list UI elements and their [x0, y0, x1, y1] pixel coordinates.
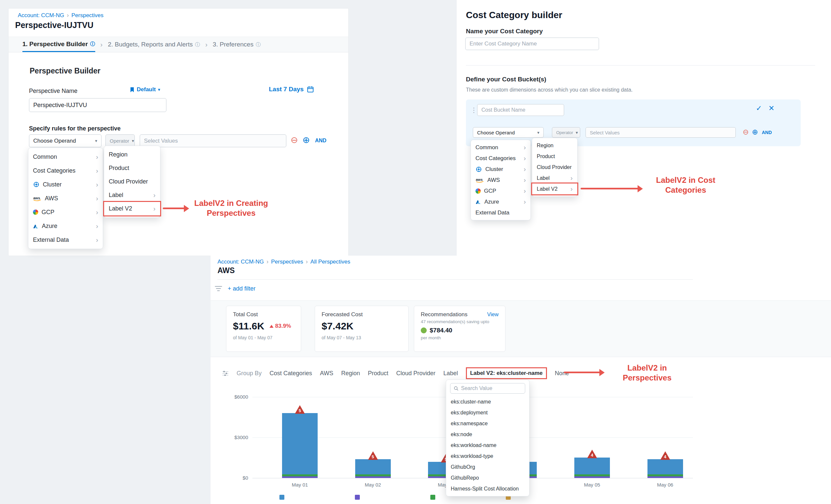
groupby-option-cloud-provider[interactable]: Cloud Provider — [396, 370, 436, 377]
remove-rule-icon[interactable]: ⊖ — [291, 136, 298, 145]
menu-item-cluster[interactable]: Cluster› — [471, 164, 531, 175]
cc-select-values-input[interactable] — [585, 127, 736, 138]
breadcrumb-perspectives-link[interactable]: Perspectives — [271, 259, 303, 265]
chart-bar-may-05[interactable] — [574, 457, 610, 478]
breadcrumb-account-link[interactable]: Account: CCM-NG — [218, 259, 264, 265]
menu-item-label-v2[interactable]: Label V2› — [532, 183, 577, 195]
menu-item-label: External Data — [476, 209, 509, 216]
cost-bucket-name-input[interactable] — [477, 104, 564, 116]
menu-item-region[interactable]: Region — [532, 140, 577, 151]
perspective-name-input[interactable] — [29, 98, 166, 112]
section-divider — [466, 65, 815, 65]
menu-item-product[interactable]: Product — [104, 161, 160, 175]
menu-item-common[interactable]: Common› — [28, 150, 103, 164]
filter-icon[interactable] — [214, 285, 222, 292]
menu-item-azure[interactable]: Azure› — [28, 219, 103, 233]
legend-swatch — [279, 495, 284, 500]
trend-up-icon — [269, 325, 274, 328]
cluster-icon — [476, 166, 482, 173]
menu-item-aws[interactable]: awsAWS› — [471, 175, 531, 185]
select-values-input[interactable] — [140, 135, 286, 147]
menu-item-cost-categories[interactable]: Cost Categories› — [28, 164, 103, 178]
value-option-eks-deployment[interactable]: eks:deployment — [446, 407, 529, 418]
legend-swatch — [355, 495, 360, 500]
cc-and-button[interactable]: AND — [762, 130, 772, 135]
groupby-option-aws[interactable]: AWS — [320, 370, 333, 377]
confirm-icon[interactable]: ✓ — [756, 105, 762, 112]
y-axis-label: $3000 — [224, 435, 248, 440]
menu-item-label-v2[interactable]: Label V2› — [104, 202, 160, 215]
view-recommendations-link[interactable]: View — [487, 312, 498, 318]
cc-add-rule-icon[interactable]: ⊕ — [752, 128, 758, 136]
breadcrumb-all-perspectives-link[interactable]: All Perspectives — [310, 259, 350, 265]
menu-item-aws[interactable]: awsAWS› — [28, 191, 103, 205]
menu-item-region[interactable]: Region — [104, 148, 160, 161]
groupby-option-region[interactable]: Region — [341, 370, 360, 377]
menu-item-product[interactable]: Product — [532, 151, 577, 162]
search-value-input[interactable] — [461, 385, 522, 391]
anomaly-marker-may-06[interactable]: 4 — [660, 451, 670, 460]
menu-item-gcp[interactable]: GCP› — [28, 205, 103, 219]
value-option-harness-split-cost-allocation[interactable]: Harness-Split Cost Allocation — [446, 483, 529, 494]
menu-item-label: Azure — [484, 199, 499, 205]
anomaly-marker-may-02[interactable]: 5 — [368, 451, 378, 460]
total-cost-label: Total Cost — [233, 311, 294, 318]
chevron-right-icon: › — [570, 185, 573, 193]
menu-item-common[interactable]: Common› — [471, 142, 531, 153]
savings-amount: $784.40 — [430, 327, 452, 334]
azure-icon — [33, 224, 38, 229]
tab-perspective-builder[interactable]: 1. Perspective Builder ⓘ — [22, 37, 95, 52]
chart-bar-may-06[interactable] — [648, 459, 683, 478]
value-option-githubrepo[interactable]: GithubRepo — [446, 472, 529, 483]
menu-item-external-data[interactable]: External Data› — [28, 233, 103, 247]
date-range-button[interactable]: Last 7 Days — [269, 86, 314, 93]
menu-item-cost-categories[interactable]: Cost Categories› — [471, 153, 531, 164]
cc-operand-menu: Common›Cost Categories›Cluster›awsAWS›GC… — [470, 140, 531, 220]
caret-down-icon: ▾ — [132, 138, 134, 143]
search-box — [450, 383, 525, 394]
add-filter-button[interactable]: + add filter — [228, 285, 256, 292]
groupby-selected-labelv2[interactable]: Label V2: eks:cluster-name — [466, 367, 547, 379]
cost-category-name-input[interactable] — [465, 37, 599, 50]
menu-item-cluster[interactable]: Cluster› — [28, 178, 103, 191]
groupby-option-cost-categories[interactable]: Cost Categories — [269, 370, 312, 377]
cluster-icon — [33, 181, 39, 188]
cc-operator-select[interactable]: Operator ▾ — [552, 127, 580, 138]
tab-preferences[interactable]: 3. Preferences ⓘ — [213, 37, 261, 52]
choose-operand-select[interactable]: Choose Operand ▾ — [29, 135, 102, 147]
menu-item-label[interactable]: Label› — [532, 173, 577, 183]
menu-item-azure[interactable]: Azure› — [471, 196, 531, 207]
anomaly-marker-may-01[interactable]: 5 — [295, 405, 305, 414]
groupby-option-label[interactable]: Label — [443, 370, 458, 377]
chart-bar-may-01[interactable] — [282, 413, 318, 478]
breadcrumb-perspectives-link[interactable]: Perspectives — [71, 12, 104, 19]
menu-item-label: Region — [109, 151, 127, 158]
add-rule-icon[interactable]: ⊕ — [303, 136, 310, 145]
value-option-githuborg[interactable]: GithubOrg — [446, 462, 529, 472]
menu-item-external-data[interactable]: External Data — [471, 207, 531, 218]
value-option-eks-node[interactable]: eks:node — [446, 429, 529, 440]
groupby-option-none[interactable]: None — [555, 370, 569, 377]
menu-item-cloud-provider[interactable]: Cloud Provider — [104, 175, 160, 188]
tab-budgets-reports-alerts[interactable]: 2. Budgets, Reports and Alerts ⓘ — [108, 37, 200, 52]
chart-bar-may-02[interactable] — [355, 459, 391, 478]
and-button[interactable]: AND — [315, 138, 326, 144]
anomaly-marker-may-05[interactable]: 4 — [587, 450, 597, 458]
value-option-eks-workload-name[interactable]: eks:workload-name — [446, 440, 529, 451]
cancel-icon[interactable]: ✕ — [768, 105, 774, 112]
value-option-eks-cluster-name[interactable]: eks:cluster-name — [446, 396, 529, 407]
chevron-right-icon: › — [523, 176, 526, 184]
menu-item-cloud-provider[interactable]: Cloud Provider — [532, 162, 577, 173]
value-option-eks-workload-type[interactable]: eks:workload-type — [446, 451, 529, 462]
default-folder-select[interactable]: Default ▾ — [130, 86, 160, 93]
aws-icon: aws — [33, 196, 41, 201]
cc-choose-operand-select[interactable]: Choose Operand ▾ — [473, 127, 544, 138]
groupby-option-product[interactable]: Product — [368, 370, 389, 377]
menu-item-gcp[interactable]: GCP› — [471, 185, 531, 196]
cc-remove-rule-icon[interactable]: ⊖ — [743, 128, 749, 136]
value-option-eks-namespace[interactable]: eks:namespace — [446, 418, 529, 429]
menu-item-label[interactable]: Label› — [104, 188, 160, 202]
breadcrumb-account-link[interactable]: Account: CCM-NG — [18, 12, 64, 19]
info-icon: ⓘ — [90, 41, 95, 47]
recommendations-subtitle: 47 recommendation(s) saving upto — [421, 319, 498, 324]
